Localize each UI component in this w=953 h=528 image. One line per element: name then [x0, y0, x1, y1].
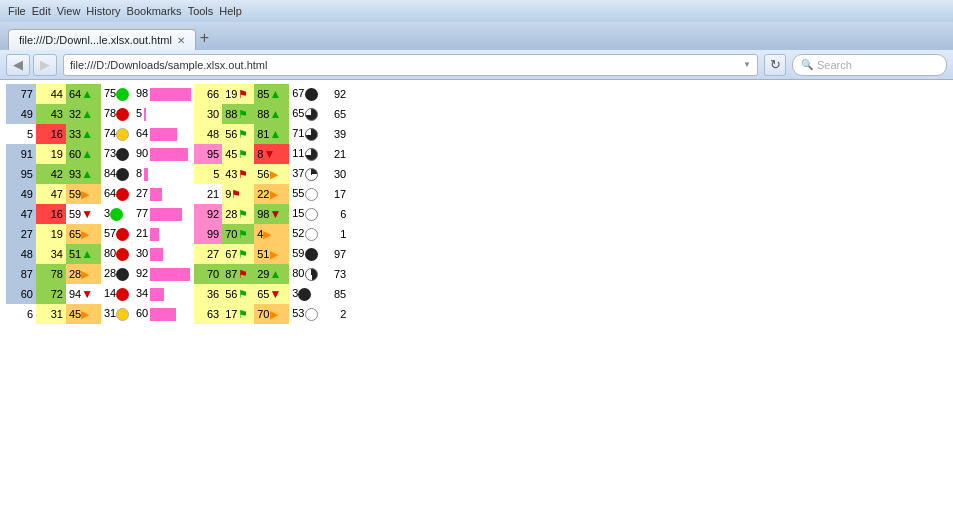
cell-c5-bar: 92	[133, 264, 194, 284]
flag-green-icon: ⚑	[238, 148, 248, 160]
circle-red-icon	[116, 108, 129, 121]
forward-button[interactable]: ▶	[33, 54, 57, 76]
cell-c6: 88⚑	[222, 104, 254, 124]
cell-c5-num: 21	[194, 184, 222, 204]
search-bar[interactable]: 🔍 Search	[792, 54, 947, 76]
cell-c2: 16	[36, 204, 66, 224]
circle-black-icon	[116, 268, 129, 281]
cell-c9: 2	[324, 304, 349, 324]
cell-c9: 65	[324, 104, 349, 124]
cell-c8: 67	[289, 84, 324, 104]
cell-c3: 33▲	[66, 124, 101, 144]
cell-c8: 11	[289, 144, 324, 164]
bar-value: 34	[136, 287, 148, 299]
cell-c6: 45⚑	[222, 144, 254, 164]
pie-3q-icon	[305, 108, 318, 121]
bar-value: 8	[136, 167, 142, 179]
flag-red-icon: ⚑	[238, 168, 248, 180]
active-tab[interactable]: file:///D:/Downl...le.xlsx.out.html ✕	[8, 29, 196, 50]
arrow-down-icon: ▼	[263, 147, 275, 161]
pie-half-icon	[305, 268, 318, 281]
arrow-right-icon: ▶	[263, 228, 271, 240]
flag-red-icon: ⚑	[238, 268, 248, 280]
menu-file[interactable]: File	[8, 5, 26, 17]
cell-c7: 88▲	[254, 104, 289, 124]
pink-bar	[150, 248, 163, 261]
arrow-right-icon: ▶	[270, 248, 278, 260]
table-row: 877828▶28927087⚑29▲8073	[6, 264, 349, 284]
table-row: 471659▼3779228⚑98▼156	[6, 204, 349, 224]
cell-c4: 28	[101, 264, 133, 284]
address-bar[interactable]: file:///D:/Downloads/sample.xlsx.out.htm…	[63, 54, 758, 76]
cell-c4: 64	[101, 184, 133, 204]
pie-3q-icon	[305, 148, 318, 161]
cell-c5-bar: 8	[133, 164, 194, 184]
pink-bar	[150, 288, 164, 301]
cell-c4: 84	[101, 164, 133, 184]
menu-edit[interactable]: Edit	[32, 5, 51, 17]
circle-black-icon	[116, 168, 129, 181]
cell-c8: 55	[289, 184, 324, 204]
pink-bar	[150, 148, 188, 161]
cell-c8: 71	[289, 124, 324, 144]
bar-value: 77	[136, 207, 148, 219]
pink-bar	[144, 168, 148, 181]
flag-green-icon: ⚑	[238, 308, 248, 320]
bar-value: 5	[136, 107, 142, 119]
reload-button[interactable]: ↻	[764, 54, 786, 76]
back-button[interactable]: ◀	[6, 54, 30, 76]
circle-empty-icon	[305, 308, 318, 321]
new-tab-button[interactable]: +	[200, 30, 209, 50]
circle-yellow-icon	[116, 128, 129, 141]
cell-c2: 16	[36, 124, 66, 144]
cell-c4: 75	[101, 84, 133, 104]
arrow-up-icon: ▲	[270, 267, 282, 281]
circle-green-icon	[116, 88, 129, 101]
tab-close-icon[interactable]: ✕	[177, 35, 185, 46]
cell-c6: 87⚑	[222, 264, 254, 284]
search-icon: 🔍	[801, 59, 813, 70]
menu-help[interactable]: Help	[219, 5, 242, 17]
circle-empty-icon	[305, 208, 318, 221]
cell-c8: 15	[289, 204, 324, 224]
cell-c4: 31	[101, 304, 133, 324]
cell-c5-bar: 30	[133, 244, 194, 264]
flag-green-icon: ⚑	[238, 228, 248, 240]
cell-c7: 85▲	[254, 84, 289, 104]
cell-c8: 3	[289, 284, 324, 304]
menu-tools[interactable]: Tools	[188, 5, 214, 17]
arrow-up-icon: ▲	[81, 147, 93, 161]
menu-view[interactable]: View	[57, 5, 81, 17]
cell-c6: 67⚑	[222, 244, 254, 264]
cell-c7: 29▲	[254, 264, 289, 284]
cell-c7: 22▶	[254, 184, 289, 204]
menu-bookmarks[interactable]: Bookmarks	[127, 5, 182, 17]
cell-c3: 59▼	[66, 204, 101, 224]
cell-c3: 65▶	[66, 224, 101, 244]
table-row: 63145▶31606317⚑70▶532	[6, 304, 349, 324]
arrow-up-icon: ▲	[81, 167, 93, 181]
cell-c6: 56⚑	[222, 124, 254, 144]
address-text: file:///D:/Downloads/sample.xlsx.out.htm…	[70, 59, 267, 71]
circle-black-icon	[298, 288, 311, 301]
table-row: 911960▲73909545⚑8▼1121	[6, 144, 349, 164]
cell-c5-num: 99	[194, 224, 222, 244]
table-row: 494759▶6427219⚑22▶5517	[6, 184, 349, 204]
menu-history[interactable]: History	[86, 5, 120, 17]
arrow-up-icon: ▲	[270, 87, 282, 101]
cell-c8: 52	[289, 224, 324, 244]
cell-c5-num: 66	[194, 84, 222, 104]
bar-value: 98	[136, 87, 148, 99]
cell-c3: 32▲	[66, 104, 101, 124]
cell-c9: 39	[324, 124, 349, 144]
cell-c7: 4▶	[254, 224, 289, 244]
cell-c2: 47	[36, 184, 66, 204]
bar-value: 21	[136, 227, 148, 239]
arrow-down-icon: ▼	[270, 207, 282, 221]
flag-green-icon: ⚑	[238, 208, 248, 220]
pie-3q-icon	[305, 128, 318, 141]
cell-c6: 9⚑	[222, 184, 254, 204]
cell-c4: 73	[101, 144, 133, 164]
dropdown-arrow-icon[interactable]: ▼	[743, 60, 751, 69]
circle-red-icon	[116, 228, 129, 241]
